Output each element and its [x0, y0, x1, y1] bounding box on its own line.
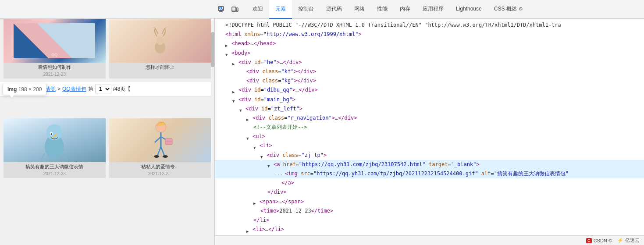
code-line-div-close[interactable]: </div>	[215, 188, 644, 197]
tri-down-zt-left	[239, 106, 245, 111]
image-label-2: 搞笑有趣的王大讷微信表情	[4, 162, 106, 171]
tri-down-a	[267, 162, 273, 167]
code-line-div-kf[interactable]: <div class="kf"></div>	[215, 67, 644, 76]
code-line-html[interactable]: <html xmlns="http://www.w3.org/1999/xhtm…	[215, 30, 644, 39]
code-line-doctype[interactable]: <!DOCTYPE html PUBLIC "-//W3C//DTD XHTML…	[215, 21, 644, 30]
code-line-comment[interactable]: <!--文章列表开始-->	[215, 123, 644, 132]
a-tag: <a href="https://qq.yh31.com/zjbq/231075…	[274, 160, 480, 169]
svg-rect-3	[236, 8, 238, 11]
tri-down-ul	[246, 134, 252, 139]
div-rnav-tag: <div class="r_navigation">…</div>	[253, 114, 357, 122]
device-icon[interactable]	[229, 3, 241, 15]
page-select[interactable]: 123	[95, 85, 111, 93]
tri-none-kf	[239, 69, 246, 75]
tooltip-dimensions: 198 × 200	[18, 86, 42, 92]
code-line-zj-tp[interactable]: <div class="zj_tp">	[215, 151, 644, 160]
svg-point-22	[154, 155, 159, 158]
image-card-3[interactable]: 粘粘人的爱情专... 2021-12-2...	[109, 118, 211, 178]
breadcrumb-link-2[interactable]: QQ表情包	[62, 85, 86, 93]
tri-none-comment	[246, 125, 253, 130]
breadcrumb-sep: >	[57, 86, 60, 92]
code-line-rnav[interactable]: <div class="r_navigation">…</div>	[215, 114, 644, 123]
image-date-2: 2021-12-23	[4, 171, 106, 178]
tri-none-0	[218, 23, 224, 28]
tab-css-overview[interactable]: CSS 概述 ⚙	[488, 0, 529, 19]
code-line-head[interactable]: <head>…</head>	[215, 39, 644, 48]
code-line-time[interactable]: <time>2021-12-23</time>	[215, 206, 644, 216]
image-2	[4, 118, 106, 162]
svg-line-12	[41, 153, 45, 160]
image-card-0[interactable]: QQ 表情包如何制作 2021-12-23	[4, 19, 106, 78]
image-3	[109, 118, 211, 162]
code-line-zt-left[interactable]: <div id="zt_left">	[215, 104, 644, 114]
code-line-li[interactable]: <li>	[215, 141, 644, 150]
webpage-preview: QQ 表情包如何制作 2021-12-23	[0, 19, 215, 245]
tab-elements[interactable]: 元素	[269, 0, 292, 19]
svg-point-11	[51, 133, 52, 135]
tri-down-zj-tp	[260, 153, 266, 158]
tab-welcome[interactable]: 欢迎	[246, 0, 269, 19]
tri-right-rnav	[246, 115, 252, 121]
li-tag: <li>	[260, 142, 272, 150]
tri-none-a-close	[274, 181, 281, 186]
image-label-0: 表情包如何制作	[4, 63, 106, 72]
tab-memory[interactable]: 内存	[394, 0, 416, 19]
code-line-a-href[interactable]: <a href="https://qq.yh31.com/zjbq/231075…	[215, 160, 644, 169]
svg-point-23	[163, 155, 168, 158]
div-he-tag: <div id="he">…</div>	[238, 58, 302, 67]
scroll-bar[interactable]	[211, 19, 214, 245]
code-line-dibu[interactable]: <div id="dibu_qq">…</div>	[215, 85, 644, 95]
svg-point-1	[220, 7, 222, 9]
code-line-a-close[interactable]: </a>	[215, 178, 644, 188]
code-line-li-2[interactable]: <li>…</li>	[215, 225, 644, 234]
tab-lighthouse[interactable]: Lighthouse	[450, 0, 488, 19]
breadcrumb-total: /48页【	[113, 85, 131, 93]
code-line-div-kg[interactable]: <div class="kg"></div>	[215, 76, 644, 85]
div-main-bg-tag: <div id="main_bg">	[238, 96, 295, 104]
tri-down-main-bg	[232, 97, 238, 102]
tab-console[interactable]: 控制台	[292, 0, 320, 19]
tri-down-body	[225, 50, 231, 56]
nav-icon-group	[215, 3, 241, 15]
code-line-main-bg[interactable]: <div id="main_bg">	[215, 95, 644, 104]
three-dots-indicator: ...	[274, 170, 283, 178]
img-tag: <img src="https://qq.yh31.com/tp/zjbq/20…	[285, 170, 569, 178]
csdn-text: CSDN ©	[594, 238, 612, 243]
code-line-span[interactable]: <span>…</span>	[215, 197, 644, 206]
tab-performance[interactable]: 性能	[371, 0, 394, 19]
doctype-text: <!DOCTYPE html PUBLIC "-//W3C//DTD XHTML…	[225, 21, 561, 29]
div-kf-tag: <div class="kf"></div>	[246, 67, 316, 76]
settings-icon: ⚙	[519, 6, 523, 12]
svg-point-9	[46, 124, 62, 140]
svg-point-7	[157, 36, 164, 45]
image-1	[109, 19, 211, 63]
tab-network[interactable]: 网络	[348, 0, 371, 19]
li-close-tag: </li>	[253, 216, 269, 224]
devtools-navbar: 欢迎 元素 控制台 源代码 网络 性能 内存 应用程序 Lighthouse C…	[0, 0, 644, 19]
csdn-icon: C	[586, 238, 592, 243]
code-line-li-close[interactable]: </li>	[215, 216, 644, 225]
scroll-thumb[interactable]	[211, 32, 214, 67]
code-line-ul[interactable]: <ul>	[215, 132, 644, 141]
tri-down-li	[253, 143, 259, 149]
image-date-0: 2021-12-23	[4, 72, 106, 78]
code-line-div-he[interactable]: <div id="he">…</div>	[215, 58, 644, 67]
code-line-img[interactable]: ... <img src="https://qq.yh31.com/tp/zjb…	[215, 169, 644, 178]
yiyun-text: 亿速云	[625, 237, 640, 244]
svg-line-21	[161, 147, 164, 156]
code-line-body[interactable]: <body>	[215, 49, 644, 58]
tab-source[interactable]: 源代码	[320, 0, 348, 19]
head-tag: <head>…</head>	[231, 39, 276, 48]
svg-line-16	[155, 137, 161, 142]
inspect-icon[interactable]	[215, 3, 227, 15]
time-tag: <time>2021-12-23</time>	[260, 207, 333, 215]
svg-rect-18	[165, 138, 172, 145]
image-card-2[interactable]: 搞笑有趣的王大讷微信表情 2021-12-23	[4, 118, 106, 178]
span-tag: <span>…</span>	[260, 198, 304, 206]
tab-application[interactable]: 应用程序	[416, 0, 450, 19]
image-label-3: 粘粘人的爱情专...	[109, 162, 211, 171]
image-card-1[interactable]: 怎样才能怀上	[109, 19, 211, 78]
image-0: QQ	[4, 19, 106, 63]
tooltip-arrow	[9, 95, 14, 98]
tri-right-dibu	[232, 88, 238, 93]
